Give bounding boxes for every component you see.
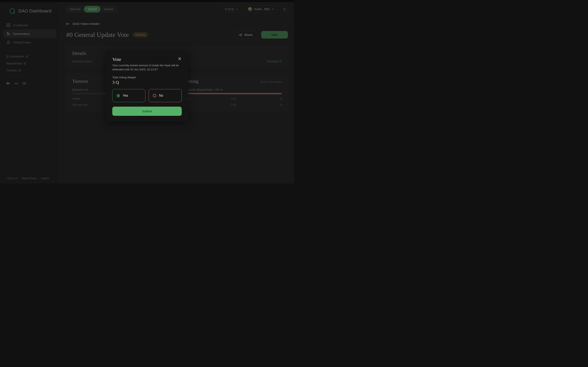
- vote-modal: Vote Your currently locked amount of ins…: [106, 51, 188, 122]
- submit-button[interactable]: Submit: [112, 107, 182, 116]
- modal-description: Your currently locked amount of inside t…: [112, 63, 182, 71]
- weight-value: 3 Q: [112, 80, 182, 85]
- radio-unselected-icon: [153, 94, 156, 97]
- modal-title: Vote: [112, 57, 121, 62]
- vote-option-yes[interactable]: Yes: [112, 89, 145, 102]
- vote-options: Yes No: [112, 89, 182, 102]
- vote-no-label: No: [159, 94, 163, 98]
- close-icon: [178, 57, 181, 60]
- vote-yes-label: Yes: [123, 94, 128, 98]
- radio-selected-icon: [117, 94, 120, 97]
- close-button[interactable]: [178, 57, 182, 61]
- weight-label: Total Voting Weight: [112, 76, 182, 79]
- vote-option-no[interactable]: No: [149, 89, 182, 102]
- modal-overlay[interactable]: Vote Your currently locked amount of ins…: [0, 0, 294, 184]
